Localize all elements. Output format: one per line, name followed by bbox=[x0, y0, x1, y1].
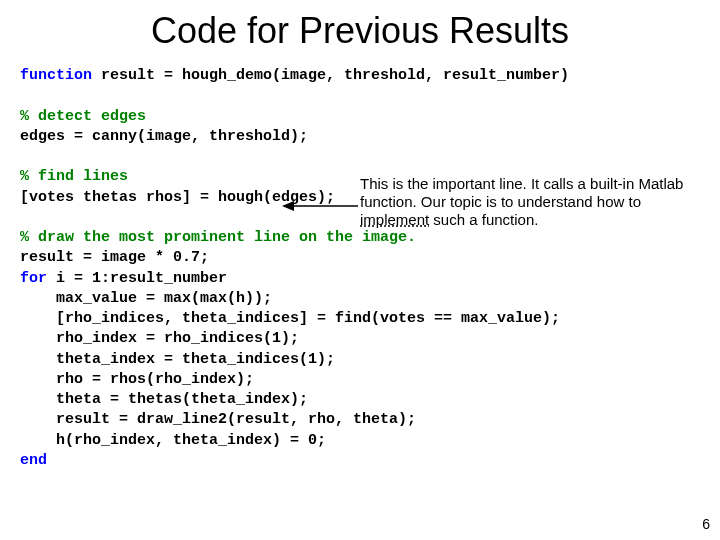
comment-find-lines: % find lines bbox=[20, 168, 128, 185]
code-line: rho_index = rho_indices(1); bbox=[20, 330, 299, 347]
code-line: max_value = max(max(h)); bbox=[20, 290, 272, 307]
comment-draw: % draw the most prominent line on the im… bbox=[20, 229, 416, 246]
code-line: edges = canny(image, threshold); bbox=[20, 128, 308, 145]
comment-detect-edges: % detect edges bbox=[20, 108, 146, 125]
keyword-for: for bbox=[20, 270, 47, 287]
svg-marker-1 bbox=[282, 201, 294, 211]
code-line: h(rho_index, theta_index) = 0; bbox=[20, 432, 326, 449]
annotation-text-2: such a function. bbox=[429, 211, 538, 228]
code-line: result = draw_line2(result, rho, theta); bbox=[20, 411, 416, 428]
code-line: [rho_indices, theta_indices] = find(vote… bbox=[20, 310, 560, 327]
code-block: function result = hough_demo(image, thre… bbox=[0, 66, 720, 471]
keyword-end: end bbox=[20, 452, 47, 469]
annotation-underlined: implement bbox=[360, 211, 429, 228]
keyword-function: function bbox=[20, 67, 92, 84]
annotation-callout: This is the important line. It calls a b… bbox=[360, 175, 690, 229]
annotation-text-1: This is the important line. It calls a b… bbox=[360, 175, 683, 210]
code-line: result = image * 0.7; bbox=[20, 249, 209, 266]
code-line: rho = rhos(rho_index); bbox=[20, 371, 254, 388]
code-line: theta = thetas(theta_index); bbox=[20, 391, 308, 408]
code-line: i = 1:result_number bbox=[47, 270, 227, 287]
code-line: theta_index = theta_indices(1); bbox=[20, 351, 335, 368]
slide-title: Code for Previous Results bbox=[0, 0, 720, 66]
code-sig: result = hough_demo(image, threshold, re… bbox=[92, 67, 569, 84]
arrow-icon bbox=[282, 199, 358, 213]
page-number: 6 bbox=[702, 516, 710, 532]
